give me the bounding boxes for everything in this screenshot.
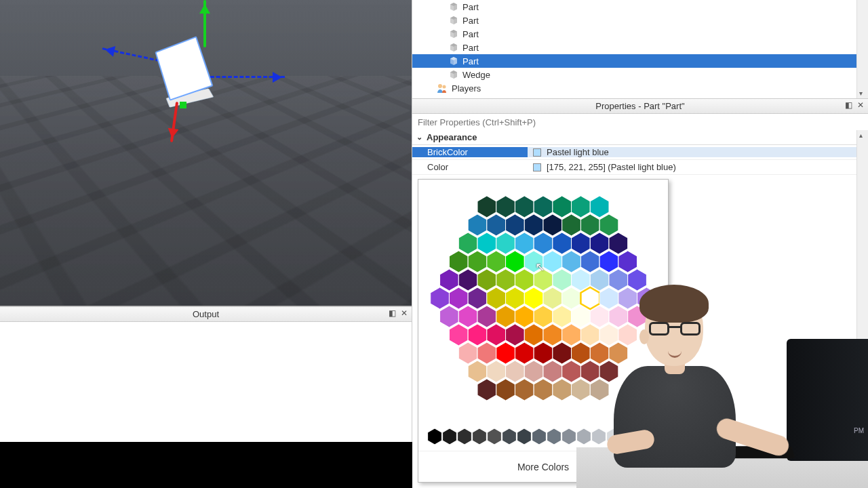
hex-swatch[interactable] (468, 251, 487, 272)
hex-swatch[interactable] (487, 251, 506, 272)
hex-swatch-gray[interactable] (532, 428, 547, 445)
output-header[interactable]: Output ◧ ✕ (0, 307, 412, 322)
dock-icon[interactable]: ◧ (844, 100, 853, 110)
hex-swatch[interactable] (477, 269, 496, 291)
hex-swatch[interactable] (440, 306, 459, 327)
viewport-3d[interactable] (0, 0, 412, 306)
hex-swatch-gray[interactable] (488, 428, 502, 445)
hex-swatch[interactable] (572, 269, 591, 291)
hex-swatch[interactable] (449, 324, 468, 346)
hex-swatch[interactable] (543, 324, 562, 346)
hex-swatch[interactable] (458, 306, 477, 327)
explorer-item-part[interactable]: Part (412, 41, 868, 54)
hex-swatch[interactable] (515, 342, 534, 364)
hex-swatch[interactable] (534, 232, 553, 254)
hex-swatch[interactable] (458, 232, 477, 254)
hex-swatch-gray[interactable] (473, 428, 487, 445)
hex-swatch[interactable] (572, 196, 591, 218)
hex-swatch-gray[interactable] (458, 428, 472, 445)
hex-swatch[interactable] (487, 214, 506, 236)
hex-swatch-gray[interactable] (428, 428, 442, 445)
hex-swatch[interactable] (553, 306, 572, 327)
hex-swatch[interactable] (487, 361, 506, 382)
hex-swatch[interactable] (487, 324, 506, 346)
property-row-brickcolor[interactable]: BrickColorPastel light blue (412, 145, 868, 160)
hex-swatch[interactable] (524, 214, 543, 236)
explorer-item-part[interactable]: Wedge (412, 68, 868, 81)
explorer-item-players[interactable]: Players (412, 81, 868, 95)
hex-swatch[interactable] (590, 232, 609, 254)
hex-swatch[interactable] (543, 251, 562, 272)
hex-swatch[interactable] (506, 324, 525, 346)
close-icon[interactable]: ✕ (399, 308, 409, 318)
hex-swatch[interactable] (572, 232, 591, 254)
hex-swatch-gray[interactable] (547, 428, 561, 445)
hex-swatch[interactable] (458, 342, 477, 364)
selected-part-3d[interactable] (160, 42, 208, 103)
hex-swatch[interactable] (496, 379, 515, 401)
explorer-item-part[interactable]: Part (412, 54, 868, 68)
properties-header[interactable]: Properties - Part "Part" ◧ ✕ (412, 99, 868, 114)
hex-swatch[interactable] (477, 342, 496, 364)
hex-swatch[interactable] (524, 324, 543, 346)
hex-swatch[interactable] (534, 269, 553, 291)
hex-swatch[interactable] (515, 306, 534, 327)
category-appearance[interactable]: ⌄ Appearance (412, 130, 868, 145)
hex-swatch[interactable] (599, 214, 618, 236)
hex-swatch[interactable] (449, 251, 468, 272)
hex-swatch[interactable] (515, 232, 534, 254)
hex-swatch[interactable] (580, 214, 599, 236)
dock-icon[interactable]: ◧ (387, 308, 397, 318)
axis-y-pos[interactable] (203, 0, 206, 47)
hex-swatch[interactable] (553, 379, 572, 401)
hex-swatch[interactable] (562, 251, 581, 272)
hex-swatch[interactable] (534, 379, 553, 401)
hex-swatch[interactable] (524, 361, 543, 382)
hex-swatch[interactable] (477, 306, 496, 327)
hex-swatch[interactable] (553, 342, 572, 364)
hex-swatch[interactable] (609, 232, 628, 254)
hex-swatch[interactable] (496, 269, 515, 291)
hex-swatch[interactable] (506, 214, 525, 236)
hex-swatch[interactable] (553, 196, 572, 218)
hex-swatch[interactable] (515, 196, 534, 218)
axis-y-handle[interactable] (180, 102, 186, 108)
hex-swatch[interactable] (468, 361, 487, 382)
explorer-scrollbar[interactable] (856, 0, 868, 98)
hex-swatch[interactable] (468, 214, 487, 236)
hex-swatch[interactable] (506, 361, 525, 382)
hex-swatch[interactable] (553, 232, 572, 254)
hex-swatch[interactable] (618, 251, 637, 272)
hex-swatch[interactable] (590, 196, 609, 218)
hex-swatch[interactable] (468, 287, 487, 309)
hex-swatch-gray[interactable] (562, 428, 576, 445)
hex-swatch-gray[interactable] (502, 428, 517, 445)
hex-swatch[interactable] (506, 287, 525, 309)
hex-swatch[interactable] (590, 269, 609, 291)
hex-swatch[interactable] (515, 379, 534, 401)
hex-swatch[interactable] (609, 269, 628, 291)
hex-swatch[interactable] (468, 324, 487, 346)
hex-swatch[interactable] (431, 287, 450, 309)
hex-swatch[interactable] (458, 269, 477, 291)
property-row-color[interactable]: Color[175, 221, 255] (Pastel light blue) (412, 160, 868, 175)
hex-swatch-gray[interactable] (517, 428, 532, 445)
hex-swatch[interactable] (496, 342, 515, 364)
hex-swatch[interactable] (524, 287, 543, 309)
hex-swatch[interactable] (496, 196, 515, 218)
hex-swatch[interactable] (496, 232, 515, 254)
hex-swatch[interactable] (477, 196, 496, 218)
hex-swatch[interactable] (440, 269, 459, 291)
hex-swatch[interactable] (543, 287, 562, 309)
hex-swatch[interactable] (553, 269, 572, 291)
hex-swatch[interactable] (477, 232, 496, 254)
explorer-item-part[interactable]: Part (412, 0, 868, 14)
hex-swatch[interactable] (534, 196, 553, 218)
explorer-item-part[interactable]: Part (412, 14, 868, 27)
filter-input[interactable] (412, 114, 868, 130)
hex-swatch[interactable] (580, 251, 599, 272)
hex-swatch[interactable] (534, 342, 553, 364)
hex-swatch[interactable] (543, 214, 562, 236)
hex-swatch[interactable] (515, 269, 534, 291)
hex-swatch[interactable] (524, 251, 543, 272)
